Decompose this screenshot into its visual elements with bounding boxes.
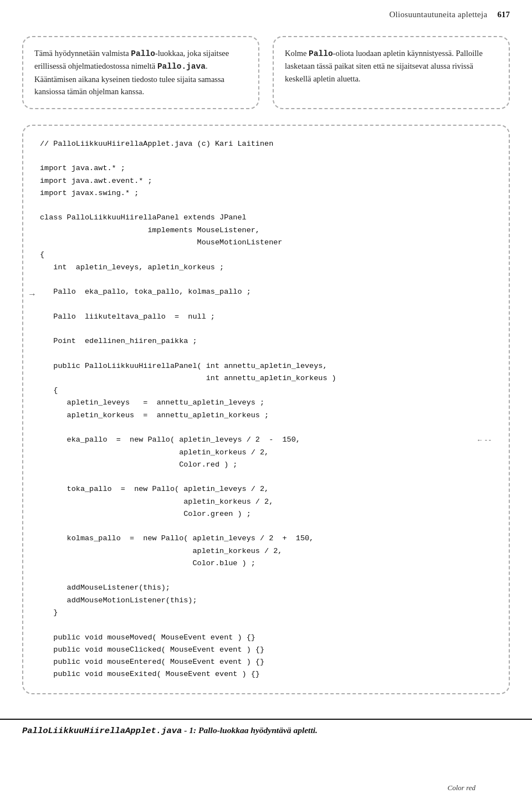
- code-text-constructor-brace: {: [40, 385, 58, 397]
- code-text-pallo-decl: Pallo eka_pallo, toka_pallo, kolmas_pall…: [40, 286, 251, 298]
- code-text-eka2: apletin_korkeus / 2,: [40, 447, 269, 459]
- code-text-toka1: toka_pallo = new Pallo( apletin_leveys /…: [40, 483, 269, 495]
- page-number: 617: [498, 10, 510, 19]
- callout-left: Tämä hyödynnetään valmista Pallo-luokkaa…: [22, 36, 259, 109]
- callout-left-code2: Pallo.java: [157, 62, 206, 71]
- bottom-caption: PalloLiikkuuHiirellaApplet.java - 1: Pal…: [0, 719, 532, 741]
- code-text-mouseexited: public void mouseExited( MouseEvent even…: [40, 668, 260, 680]
- callout-left-code1: Pallo: [131, 49, 155, 58]
- code-line-class1: class PalloLiikkuuHiirellaPanel extends …: [40, 212, 492, 224]
- code-line-mouseclicked: public void mouseClicked( MouseEvent eve…: [40, 644, 492, 656]
- code-line-kolmas2: apletin_korkeus / 2,: [40, 545, 492, 557]
- callout-right-code1: Pallo: [309, 49, 333, 58]
- code-line-class3: MouseMotionListener: [40, 237, 492, 249]
- code-text-class3: MouseMotionListener: [40, 237, 282, 249]
- code-line-toka3: Color.green ) ;: [40, 508, 492, 520]
- code-line-korkeus: apletin_korkeus = annettu_apletin_korkeu…: [40, 409, 492, 422]
- code-line-blank7: [40, 422, 492, 434]
- code-line-blank6: [40, 347, 492, 360]
- code-line-blank5: [40, 323, 492, 335]
- code-line-import2: import java.awt.event.* ;: [40, 175, 492, 187]
- code-text-leveys: apletin_leveys = annettu_apletin_leveys …: [40, 397, 264, 409]
- code-line-eka3: Color.red ) ;: [40, 459, 492, 471]
- code-line-blank11: [40, 619, 492, 631]
- code-line-blank3: [40, 274, 492, 286]
- code-line-toka1: toka_pallo = new Pallo( apletin_leveys /…: [40, 483, 492, 495]
- right-arrow-annotation: ← - -: [477, 435, 491, 446]
- code-text-class2: implements MouseListener,: [40, 224, 260, 237]
- code-line-import3: import javax.swing.* ;: [40, 187, 492, 199]
- code-line-toka2: apletin_korkeus / 2,: [40, 496, 492, 508]
- code-line-point: Point edellinen_hiiren_paikka ;: [40, 335, 492, 347]
- callout-right-text: Kolme Pallo-oliota luodaan apletin käynn…: [285, 49, 483, 83]
- code-text-constructor1: public PalloLiikkuuHiirellaPanel( int an…: [40, 360, 327, 372]
- code-line-brace1: {: [40, 249, 492, 261]
- callout-row: Tämä hyödynnetään valmista Pallo-luokkaa…: [22, 36, 510, 109]
- code-text-int: int apletin_leveys, apletin_korkeus ;: [40, 262, 224, 274]
- code-text-import2: import java.awt.event.* ;: [40, 175, 152, 187]
- code-text-mouseclicked: public void mouseClicked( MouseEvent eve…: [40, 644, 264, 656]
- code-line-mouseentered: public void mouseEntered( MouseEvent eve…: [40, 656, 492, 668]
- code-line-1: // PalloLiikkuuHiirellaApplet.java (c) K…: [40, 138, 492, 150]
- code-line-leveys: apletin_leveys = annettu_apletin_leveys …: [40, 397, 492, 409]
- code-text-class1: class PalloLiikkuuHiirellaPanel extends …: [40, 212, 247, 224]
- code-line-mousemoved: public void mouseMoved( MouseEvent event…: [40, 632, 492, 644]
- callout-right: Kolme Pallo-oliota luodaan apletin käynn…: [273, 36, 510, 109]
- left-arrow-icon: →: [28, 287, 37, 301]
- code-text-kolmas3: Color.blue ) ;: [40, 557, 255, 570]
- code-line-eka2: apletin_korkeus / 2,: [40, 447, 492, 459]
- code-line-addmouse1: addMouseListener(this);: [40, 582, 492, 594]
- code-text-import3: import javax.swing.* ;: [40, 187, 139, 199]
- code-text-kolmas1: kolmas_pallo = new Pallo( apletin_leveys…: [40, 532, 314, 545]
- code-line-constructor2: int annettu_apletin_korkeus ): [40, 372, 492, 385]
- color-red-label: Color red: [448, 782, 475, 793]
- code-text-import1: import java.awt.* ;: [40, 162, 125, 175]
- code-text-liikuteltava: Pallo liikuteltava_pallo = null ;: [40, 311, 215, 323]
- code-text-point: Point edellinen_hiiren_paikka ;: [40, 335, 197, 347]
- code-line-blank4: [40, 298, 492, 310]
- callout-left-text: Tämä hyödynnetään valmista Pallo-luokkaa…: [34, 49, 229, 96]
- code-line-mouseexited: public void mouseExited( MouseEvent even…: [40, 668, 492, 680]
- page-header: Oliosuuntautuneita apletteja 617: [0, 0, 532, 25]
- code-line-constructor-brace: {: [40, 385, 492, 397]
- code-line-pallo-decl: → Pallo eka_pallo, toka_pallo, kolmas_pa…: [40, 286, 492, 298]
- code-text-eka3: Color.red ) ;: [40, 459, 237, 471]
- code-section: // PalloLiikkuuHiirellaApplet.java (c) K…: [22, 125, 510, 694]
- code-text-toka2: apletin_korkeus / 2,: [40, 496, 273, 508]
- code-line-blank10: [40, 570, 492, 582]
- code-line-blank9: [40, 520, 492, 532]
- code-line-eka1: eka_pallo = new Pallo( apletin_leveys / …: [40, 434, 492, 446]
- code-text-kolmas2: apletin_korkeus / 2,: [40, 545, 282, 557]
- code-text-mousemoved: public void mouseMoved( MouseEvent event…: [40, 632, 255, 644]
- code-text-close-constructor: }: [40, 607, 58, 619]
- code-line-int: int apletin_leveys, apletin_korkeus ;: [40, 262, 492, 274]
- code-line-addmouse2: addMouseMotionListener(this);: [40, 595, 492, 607]
- code-line-close-constructor: }: [40, 607, 492, 619]
- code-line-blank2: [40, 199, 492, 212]
- code-text-mouseentered: public void mouseEntered( MouseEvent eve…: [40, 656, 264, 668]
- code-text-toka3: Color.green ) ;: [40, 508, 251, 520]
- code-line-kolmas1: kolmas_pallo = new Pallo( apletin_leveys…: [40, 532, 492, 545]
- code-text-addmouse2: addMouseMotionListener(this);: [40, 595, 197, 607]
- code-text-korkeus: apletin_korkeus = annettu_apletin_korkeu…: [40, 409, 269, 422]
- code-text-addmouse1: addMouseListener(this);: [40, 582, 170, 594]
- caption-description: - 1: Pallo-luokkaa hyödyntävä apletti.: [182, 725, 318, 735]
- code-text-constructor2: int annettu_apletin_korkeus ): [40, 372, 336, 385]
- code-line-class2: implements MouseListener,: [40, 224, 492, 237]
- caption-filename: PalloLiikkuuHiirellaApplet.java: [22, 726, 182, 736]
- code-line-import1: import java.awt.* ;: [40, 162, 492, 175]
- code-line-liikuteltava: Pallo liikuteltava_pallo = null ;: [40, 311, 492, 323]
- code-line-blank8: [40, 471, 492, 483]
- code-line-blank1: [40, 150, 492, 162]
- code-text-1: // PalloLiikkuuHiirellaApplet.java (c) K…: [40, 138, 273, 150]
- chapter-title: Oliosuuntautuneita apletteja: [389, 10, 487, 19]
- code-line-constructor1: public PalloLiikkuuHiirellaPanel( int an…: [40, 360, 492, 372]
- content-area: Tämä hyödynnetään valmista Pallo-luokkaa…: [0, 25, 532, 705]
- code-text-eka1: eka_pallo = new Pallo( apletin_leveys / …: [40, 434, 300, 446]
- code-line-kolmas3: Color.blue ) ;: [40, 557, 492, 570]
- code-text-brace1: {: [40, 249, 44, 261]
